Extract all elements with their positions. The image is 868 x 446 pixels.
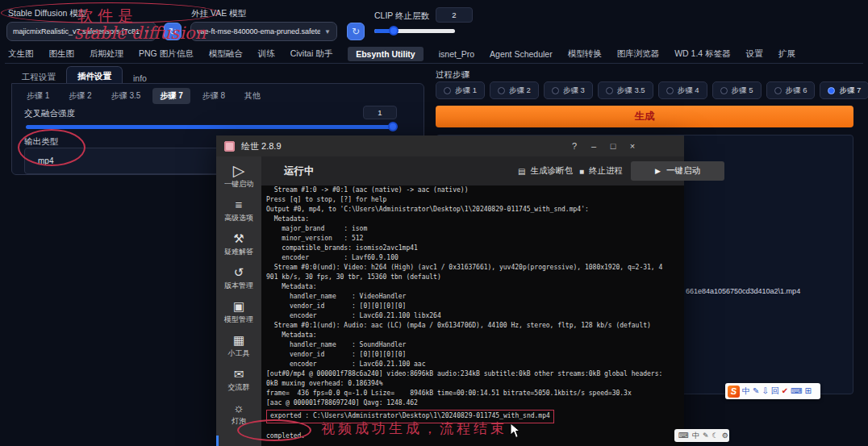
main-tab-5[interactable]: 训练 [258,48,275,60]
main-tab-bar: 文生图图生图后期处理PNG 图片信息模型融合训练Civitai 助手Ebsynt… [5,44,863,64]
clip-skip-value[interactable]: 2 [436,7,473,23]
launcher-toolbar: 运行中 ▤ 生成诊断包 ■ 终止进程 ▶ 一键启动 [261,156,684,185]
step-option-label: 步骤 1 [455,85,477,96]
step-tab-0[interactable]: 步骤 1 [19,88,56,104]
handwriting-icon[interactable]: ✎ [753,387,759,395]
pen-icon[interactable]: ✎ [703,432,709,440]
play-icon: ▶ [655,167,661,175]
main-tab-6[interactable]: Civitai 助手 [290,48,333,60]
step-tab-4[interactable]: 步骤 8 [195,88,232,104]
step-option-5[interactable]: 步骤 5 [712,81,762,99]
process-steps-row: 步骤 1步骤 2步骤 3步骤 3.5步骤 4步骤 5步骤 6步骤 7步骤 8 [436,81,853,99]
step-option-7[interactable]: 步骤 7 [820,81,868,99]
sidebar-item-label: 一键启动 [224,179,253,190]
main-tab-8[interactable]: isnet_Pro [439,49,474,59]
window-titlebar[interactable]: 绘世 2.8.9 ?–□× [216,135,684,156]
launcher-window: 绘世 2.8.9 ?–□× 运行中 ▤ 生成诊断包 ■ 终止进程 ▶ 一键启动 … [216,135,684,446]
clip-skip-slider-handle[interactable] [389,26,399,35]
main-tab-14[interactable]: 扩展 [778,48,795,60]
sidebar-item-3[interactable]: ↺版本管理 [216,261,261,295]
refresh-vae-button[interactable]: ↻ [347,23,365,40]
main-tab-0[interactable]: 文生图 [8,48,34,60]
step-option-0[interactable]: 步骤 1 [436,81,485,99]
main-tab-12[interactable]: WD 1.4 标签器 [674,48,730,60]
vae-value: vae-ft-mse-840000-ema-pruned.safetensors [197,27,320,35]
diagnostic-button[interactable]: ▤ 生成诊断包 [518,156,573,185]
toolbox-icon: ▦ [233,334,244,347]
blend-strength-slider[interactable] [26,125,395,129]
main-tab-2[interactable]: 后期处理 [90,48,123,60]
main-tab-1[interactable]: 图生图 [49,48,75,60]
sidebar-item-0[interactable]: ▷一键启动 [216,160,261,194]
spellcheck-icon[interactable]: ✔ [782,387,788,395]
terminate-label: 终止进程 [589,165,623,177]
keyboard-icon[interactable]: ⌨ [791,387,802,395]
output-type-value: mp4 [38,156,53,165]
maximize-button[interactable]: □ [603,135,623,156]
result-file-name: 661e84a1056750cd3d410a2\1.mp4 [686,287,800,295]
step-option-4[interactable]: 步骤 4 [658,81,707,99]
status-running: 运行中 [284,156,315,185]
blend-strength-value[interactable]: 1 [363,106,397,119]
log-line: vendor_id : [0][0][0][0] [266,302,681,311]
chevron-down-icon: ▼ [324,28,331,35]
voice-icon[interactable]: ⇩ [762,387,768,395]
step-option-label: 步骤 3.5 [617,85,645,96]
sidebar-item-7[interactable]: ☼灯泡 [216,397,261,431]
step-option-3[interactable]: 步骤 3.5 [598,81,653,99]
sogou-logo-icon[interactable]: S [728,386,740,398]
ime-toolbar[interactable]: S 中✎⇩回✔⌨⊞ [725,383,820,399]
ime-mini-bar[interactable]: ⌨中✎☾⚙ [674,429,729,442]
keyboard-icon[interactable]: ⌨ [678,432,689,440]
step-option-1[interactable]: 步骤 2 [490,81,539,99]
lang-icon[interactable]: 中 [692,432,699,440]
main-tab-3[interactable]: PNG 图片信息 [139,48,194,60]
blend-strength-label: 交叉融合强度 [24,108,75,119]
sidebar-item-2[interactable]: ⚒疑难解答 [216,227,261,261]
main-tab-7[interactable]: Ebsynth Utility [348,47,424,61]
vae-dropdown[interactable]: vae-ft-mse-840000-ema-pruned.safetensors… [190,22,337,41]
step-tab-5[interactable]: 其他 [237,88,268,104]
help-button[interactable]: ? [565,135,584,156]
sidebar-item-1[interactable]: ≡高级选项 [216,194,261,227]
night-mode-icon[interactable]: ☾ [712,432,719,440]
log-line: encoder : Lavf60.9.100 [266,253,681,263]
process-steps-label: 过程步骤 [436,69,469,81]
settings-icon[interactable]: ⚙ [722,432,728,440]
sidebar-item-5[interactable]: ▦小工具 [216,329,261,363]
step-tab-1[interactable]: 步骤 2 [61,88,98,104]
step-option-6[interactable]: 步骤 6 [766,81,816,99]
step-tab-3[interactable]: 步骤 7 [152,88,190,104]
cn-en-toggle-icon[interactable]: 中 [742,387,750,395]
window-controls: ?–□× [565,135,642,156]
step-option-2[interactable]: 步骤 3 [544,81,593,99]
list-icon: ≡ [236,198,243,211]
toolbox-icon[interactable]: ⊞ [805,387,812,395]
completed-line: completed. [266,431,681,441]
main-tab-11[interactable]: 图库浏览器 [617,48,660,60]
generate-button[interactable]: 生成 [436,106,853,127]
main-tab-9[interactable]: Agent Scheduler [490,49,553,59]
step-option-label: 步骤 3 [563,85,585,96]
log-line: major_brand : isom [266,224,681,234]
main-tab-13[interactable]: 设置 [746,48,763,60]
console-sidebar-panel: ▷一键启动≡高级选项⚒疑难解答↺版本管理▣模型管理▦小工具✉交流群☼灯泡 [216,156,261,446]
clipboard-icon[interactable]: 回 [771,387,779,395]
sidebar-item-6[interactable]: ✉交流群 [216,363,261,397]
terminate-button[interactable]: ■ 终止进程 [579,156,623,185]
refresh-icon: ↻ [352,26,360,37]
sidebar-item-4[interactable]: ▣模型管理 [216,295,261,329]
step-tab-2[interactable]: 步骤 3.5 [104,88,148,104]
main-tab-4[interactable]: 模型融合 [209,48,243,60]
main-tab-10[interactable]: 模型转换 [568,48,602,60]
sd-model-dropdown[interactable]: majicmixRealistic_v7.safetensors [7c819b… [6,22,156,41]
log-line: handler_name : VideoHandler [266,292,681,302]
console-output[interactable]: Stream #1:0 -> #0:1 (aac (native) -> aac… [266,185,681,446]
refresh-model-button[interactable]: ↻ [164,23,182,40]
minimize-button[interactable]: – [584,135,603,156]
radio-icon [552,87,559,94]
close-button[interactable]: × [623,135,642,156]
one-click-launch-button[interactable]: ▶ 一键启动 [631,161,724,181]
log-line: encoder : Lavc60.21.100 libx264 [266,311,681,321]
blend-strength-slider-handle[interactable] [388,122,398,131]
